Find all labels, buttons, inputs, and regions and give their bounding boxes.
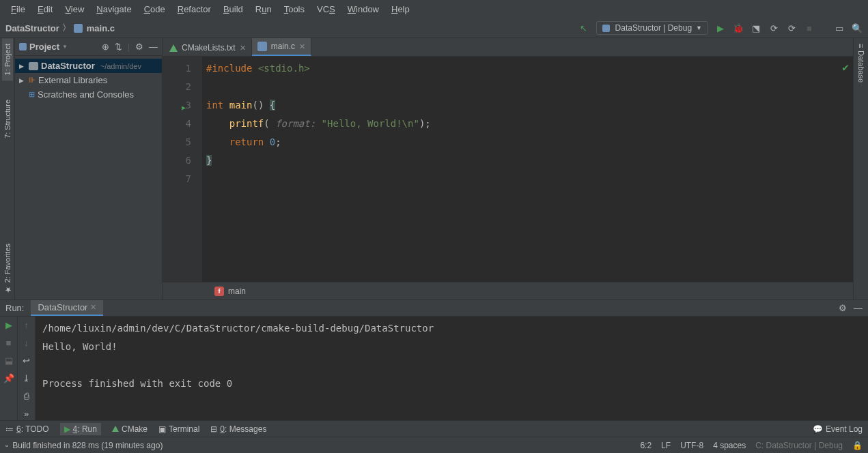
- attach-icon[interactable]: ⟳: [786, 23, 797, 33]
- tab-cmakelists[interactable]: CMakeLists.txt ✕: [164, 40, 252, 56]
- coverage-icon[interactable]: ⬔: [751, 23, 761, 33]
- close-tab-icon[interactable]: ✕: [240, 44, 246, 53]
- run-controls-secondary: ↑ ↓ ↩ ⤓ ⎙ »: [18, 317, 36, 422]
- menu-tools[interactable]: Tools: [279, 1, 310, 17]
- expand-arrow-icon[interactable]: ▶: [19, 77, 26, 84]
- menu-run[interactable]: Run: [250, 1, 277, 17]
- gutter-run-icon[interactable]: ▶: [182, 98, 186, 117]
- inspection-ok-icon[interactable]: ✔: [842, 61, 849, 74]
- line-ending[interactable]: LF: [661, 441, 671, 450]
- context-config[interactable]: C: DataStructor | Debug: [755, 441, 843, 450]
- library-icon: ⊪: [29, 76, 36, 85]
- line-number: 6: [165, 151, 191, 170]
- lock-icon[interactable]: 🔒: [852, 441, 863, 450]
- editor-gutter[interactable]: 1 2 3 4 5 6 7 ▶: [163, 57, 202, 282]
- settings-gear-icon[interactable]: ⚙: [135, 42, 143, 52]
- tool-structure[interactable]: 7: Structure: [2, 94, 13, 144]
- hide-panel-icon[interactable]: —: [854, 303, 863, 313]
- tool-terminal[interactable]: ▣Terminal: [158, 424, 199, 434]
- print-icon[interactable]: ⎙: [21, 390, 32, 401]
- target-icon: [602, 25, 610, 32]
- tool-todo[interactable]: ≔6: TODO: [5, 424, 49, 434]
- run-controls-primary: ▶ ■ ⬓ 📌: [0, 317, 18, 422]
- search-everywhere-icon[interactable]: 🔍: [852, 23, 863, 33]
- run-configuration-selector[interactable]: DataStructor | Debug ▼: [596, 21, 708, 35]
- menu-navigate[interactable]: Navigate: [91, 1, 137, 17]
- tab-main-c[interactable]: main.c ✕: [252, 38, 311, 56]
- project-panel-header: Project ▼ ⊕ ⇅ | ⚙ —: [15, 38, 162, 56]
- code-content[interactable]: #include <stdio.h> int main() { printf( …: [202, 57, 853, 282]
- c-file-icon: [74, 24, 83, 33]
- close-icon[interactable]: ✕: [90, 303, 96, 312]
- console-output[interactable]: /home/liuxin/admin/dev/C/DataStructor/cm…: [36, 317, 868, 422]
- tab-label: main.c: [271, 42, 295, 51]
- bottom-tool-buttons: ≔6: TODO ▶4: Run CMake ▣Terminal ⊟0: Mes…: [0, 420, 868, 437]
- exit-icon[interactable]: ⬓: [3, 355, 14, 366]
- run-button-icon[interactable]: ▶: [715, 23, 726, 33]
- project-tree: ▶ DataStructor ~/admin/dev ▶ ⊪ External …: [15, 56, 162, 104]
- expand-arrow-icon[interactable]: ▶: [19, 63, 26, 70]
- breadcrumb-project[interactable]: DataStructor: [5, 23, 59, 33]
- indent-setting[interactable]: 4 spaces: [713, 441, 746, 450]
- hide-panel-icon[interactable]: —: [149, 42, 158, 52]
- tree-project-root[interactable]: ▶ DataStructor ~/admin/dev: [15, 59, 162, 73]
- up-icon[interactable]: ↑: [21, 319, 32, 330]
- tool-database[interactable]: ≡Database: [856, 38, 867, 89]
- tool-messages[interactable]: ⊟0: Messages: [210, 424, 266, 434]
- menu-bar: File Edit View Navigate Code Refactor Bu…: [0, 0, 868, 18]
- line-number: 5: [165, 133, 191, 151]
- scroll-end-icon[interactable]: ⤓: [21, 372, 32, 383]
- menu-window[interactable]: Window: [342, 1, 384, 17]
- cmake-file-icon: [169, 44, 178, 52]
- menu-file[interactable]: File: [5, 1, 31, 17]
- chevron-down-icon: ▼: [696, 25, 702, 31]
- file-encoding[interactable]: UTF-8: [680, 441, 703, 450]
- debug-button-icon[interactable]: 🐞: [733, 23, 744, 33]
- menu-code[interactable]: Code: [139, 1, 171, 17]
- editor-area: CMakeLists.txt ✕ main.c ✕ 1 2 3 4 5 6 7 …: [163, 38, 853, 299]
- build-hammer-icon[interactable]: ↖: [578, 23, 589, 33]
- tree-scratches[interactable]: ⊞ Scratches and Consoles: [15, 87, 162, 102]
- breadcrumb-file[interactable]: main.c: [87, 23, 115, 33]
- project-icon: [19, 43, 27, 50]
- breadcrumb[interactable]: DataStructor 〉 main.c: [5, 22, 115, 34]
- tree-item-label: DataStructor: [41, 61, 95, 71]
- run-header: Run: DataStructor ✕ ⚙ —: [0, 300, 868, 317]
- profile-icon[interactable]: ⟳: [768, 23, 779, 33]
- breadcrumb-function[interactable]: main: [228, 287, 246, 296]
- settings-gear-icon[interactable]: ⚙: [839, 303, 847, 313]
- tool-event-log[interactable]: 💬Event Log: [813, 424, 863, 434]
- pin-icon[interactable]: 📌: [3, 372, 14, 383]
- menu-vcs[interactable]: VCS: [311, 1, 341, 17]
- cursor-position[interactable]: 6:2: [640, 441, 652, 450]
- run-tab[interactable]: DataStructor ✕: [31, 300, 103, 316]
- locate-icon[interactable]: ⊕: [102, 42, 109, 52]
- line-number: 4: [165, 115, 191, 133]
- down-icon[interactable]: ↓: [21, 337, 32, 348]
- soft-wrap-icon[interactable]: ↩: [21, 355, 32, 366]
- close-tab-icon[interactable]: ✕: [299, 42, 305, 51]
- menu-refactor[interactable]: Refactor: [172, 1, 216, 17]
- tool-windows-icon[interactable]: ▫: [5, 441, 8, 450]
- rerun-icon[interactable]: ▶: [3, 319, 14, 330]
- status-bar: ▫ Build finished in 828 ms (19 minutes a…: [0, 437, 868, 453]
- expand-icon[interactable]: ⇅: [115, 42, 122, 52]
- more-icon[interactable]: »: [21, 408, 32, 419]
- tool-run[interactable]: ▶4: Run: [60, 423, 101, 435]
- line-number: 2: [165, 78, 191, 96]
- stop-icon[interactable]: ■: [804, 23, 815, 33]
- tree-external-libs[interactable]: ▶ ⊪ External Libraries: [15, 73, 162, 87]
- tool-favorites[interactable]: ★2: Favorites: [1, 238, 13, 299]
- chevron-down-icon[interactable]: ▼: [62, 44, 68, 50]
- main-area: 1: Project 7: Structure ★2: Favorites Pr…: [0, 38, 868, 299]
- layout-icon[interactable]: ▭: [834, 23, 845, 33]
- menu-edit[interactable]: Edit: [32, 1, 58, 17]
- code-editor[interactable]: 1 2 3 4 5 6 7 ▶ #include <stdio.h> int m…: [163, 57, 853, 282]
- menu-view[interactable]: View: [59, 1, 89, 17]
- tool-project[interactable]: 1: Project: [2, 38, 13, 81]
- editor-tabs: CMakeLists.txt ✕ main.c ✕: [163, 38, 853, 57]
- menu-help[interactable]: Help: [386, 1, 415, 17]
- stop-icon[interactable]: ■: [3, 337, 14, 348]
- tool-cmake[interactable]: CMake: [112, 424, 148, 434]
- menu-build[interactable]: Build: [218, 1, 249, 17]
